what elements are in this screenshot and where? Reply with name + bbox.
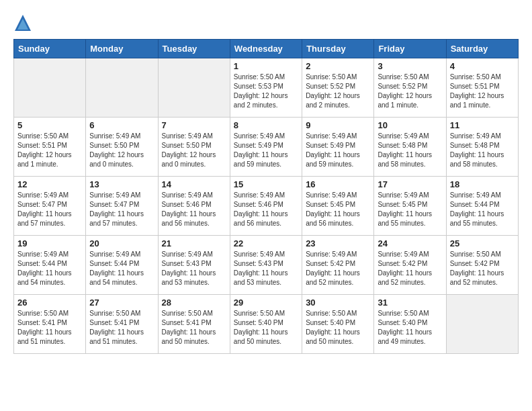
- calendar-cell: 19Sunrise: 5:49 AM Sunset: 5:44 PM Dayli…: [14, 236, 86, 295]
- calendar-cell: 12Sunrise: 5:49 AM Sunset: 5:47 PM Dayli…: [14, 177, 86, 236]
- day-number: 7: [162, 120, 226, 130]
- day-info: Sunrise: 5:50 AM Sunset: 5:42 PM Dayligh…: [450, 250, 515, 287]
- weekday-header-row: SundayMondayTuesdayWednesdayThursdayFrid…: [14, 40, 519, 58]
- day-number: 30: [306, 298, 370, 308]
- calendar-cell: 25Sunrise: 5:50 AM Sunset: 5:42 PM Dayli…: [446, 236, 518, 295]
- calendar-cell: 22Sunrise: 5:49 AM Sunset: 5:43 PM Dayli…: [230, 236, 302, 295]
- day-info: Sunrise: 5:49 AM Sunset: 5:44 PM Dayligh…: [17, 250, 82, 287]
- day-number: 13: [89, 179, 154, 189]
- day-info: Sunrise: 5:50 AM Sunset: 5:40 PM Dayligh…: [378, 309, 442, 347]
- day-number: 4: [450, 61, 515, 71]
- calendar: SundayMondayTuesdayWednesdayThursdayFrid…: [13, 39, 519, 354]
- calendar-cell: [14, 58, 86, 118]
- day-info: Sunrise: 5:49 AM Sunset: 5:43 PM Dayligh…: [162, 250, 226, 287]
- day-info: Sunrise: 5:49 AM Sunset: 5:42 PM Dayligh…: [378, 250, 442, 287]
- calendar-cell: 5Sunrise: 5:50 AM Sunset: 5:51 PM Daylig…: [14, 118, 86, 177]
- day-info: Sunrise: 5:49 AM Sunset: 5:43 PM Dayligh…: [234, 250, 298, 287]
- weekday-header-monday: Monday: [86, 40, 158, 58]
- weekday-header-tuesday: Tuesday: [158, 40, 230, 58]
- calendar-cell: 21Sunrise: 5:49 AM Sunset: 5:43 PM Dayli…: [158, 236, 230, 295]
- calendar-cell: 4Sunrise: 5:50 AM Sunset: 5:51 PM Daylig…: [446, 58, 518, 118]
- day-number: 5: [17, 120, 82, 130]
- day-info: Sunrise: 5:49 AM Sunset: 5:46 PM Dayligh…: [162, 191, 226, 228]
- calendar-cell: 29Sunrise: 5:50 AM Sunset: 5:40 PM Dayli…: [230, 295, 302, 354]
- calendar-cell: 27Sunrise: 5:50 AM Sunset: 5:41 PM Dayli…: [86, 295, 158, 354]
- day-info: Sunrise: 5:50 AM Sunset: 5:53 PM Dayligh…: [234, 73, 298, 110]
- day-info: Sunrise: 5:50 AM Sunset: 5:41 PM Dayligh…: [17, 309, 82, 347]
- day-number: 19: [17, 238, 82, 248]
- day-number: 17: [378, 179, 442, 189]
- logo-icon: [13, 13, 32, 32]
- day-info: Sunrise: 5:49 AM Sunset: 5:44 PM Dayligh…: [450, 191, 515, 228]
- calendar-cell: 18Sunrise: 5:49 AM Sunset: 5:44 PM Dayli…: [446, 177, 518, 236]
- day-number: 20: [89, 238, 154, 248]
- weekday-header-saturday: Saturday: [446, 40, 518, 58]
- calendar-cell: 28Sunrise: 5:50 AM Sunset: 5:41 PM Dayli…: [158, 295, 230, 354]
- week-row-1: 1Sunrise: 5:50 AM Sunset: 5:53 PM Daylig…: [14, 58, 519, 118]
- calendar-cell: 15Sunrise: 5:49 AM Sunset: 5:46 PM Dayli…: [230, 177, 302, 236]
- weekday-header-sunday: Sunday: [14, 40, 86, 58]
- calendar-cell: 13Sunrise: 5:49 AM Sunset: 5:47 PM Dayli…: [86, 177, 158, 236]
- weekday-header-wednesday: Wednesday: [230, 40, 302, 58]
- day-number: 6: [89, 120, 154, 130]
- day-number: 24: [378, 238, 442, 248]
- calendar-cell: 10Sunrise: 5:49 AM Sunset: 5:48 PM Dayli…: [374, 118, 446, 177]
- calendar-cell: [158, 58, 230, 118]
- day-info: Sunrise: 5:50 AM Sunset: 5:52 PM Dayligh…: [378, 73, 442, 110]
- calendar-cell: 16Sunrise: 5:49 AM Sunset: 5:45 PM Dayli…: [302, 177, 374, 236]
- calendar-cell: 1Sunrise: 5:50 AM Sunset: 5:53 PM Daylig…: [230, 58, 302, 118]
- calendar-cell: 31Sunrise: 5:50 AM Sunset: 5:40 PM Dayli…: [374, 295, 446, 354]
- day-info: Sunrise: 5:50 AM Sunset: 5:41 PM Dayligh…: [162, 309, 226, 347]
- day-number: 15: [234, 179, 298, 189]
- calendar-cell: 6Sunrise: 5:49 AM Sunset: 5:50 PM Daylig…: [86, 118, 158, 177]
- day-number: 31: [378, 298, 442, 308]
- day-info: Sunrise: 5:50 AM Sunset: 5:40 PM Dayligh…: [234, 309, 298, 347]
- day-info: Sunrise: 5:50 AM Sunset: 5:41 PM Dayligh…: [89, 309, 154, 347]
- day-info: Sunrise: 5:49 AM Sunset: 5:49 PM Dayligh…: [234, 132, 298, 169]
- day-info: Sunrise: 5:50 AM Sunset: 5:52 PM Dayligh…: [306, 73, 370, 110]
- day-number: 25: [450, 238, 515, 248]
- calendar-cell: [86, 58, 158, 118]
- day-number: 22: [234, 238, 298, 248]
- day-number: 26: [17, 298, 82, 308]
- day-info: Sunrise: 5:49 AM Sunset: 5:46 PM Dayligh…: [234, 191, 298, 228]
- day-number: 27: [89, 298, 154, 308]
- week-row-4: 19Sunrise: 5:49 AM Sunset: 5:44 PM Dayli…: [14, 236, 519, 295]
- day-number: 28: [162, 298, 226, 308]
- day-info: Sunrise: 5:49 AM Sunset: 5:47 PM Dayligh…: [17, 191, 82, 228]
- day-info: Sunrise: 5:50 AM Sunset: 5:40 PM Dayligh…: [306, 309, 370, 347]
- day-number: 18: [450, 179, 515, 189]
- day-info: Sunrise: 5:49 AM Sunset: 5:44 PM Dayligh…: [89, 250, 154, 287]
- day-info: Sunrise: 5:49 AM Sunset: 5:50 PM Dayligh…: [89, 132, 154, 169]
- weekday-header-thursday: Thursday: [302, 40, 374, 58]
- calendar-cell: 20Sunrise: 5:49 AM Sunset: 5:44 PM Dayli…: [86, 236, 158, 295]
- weekday-header-friday: Friday: [374, 40, 446, 58]
- day-info: Sunrise: 5:49 AM Sunset: 5:45 PM Dayligh…: [378, 191, 442, 228]
- calendar-cell: 2Sunrise: 5:50 AM Sunset: 5:52 PM Daylig…: [302, 58, 374, 118]
- calendar-cell: 24Sunrise: 5:49 AM Sunset: 5:42 PM Dayli…: [374, 236, 446, 295]
- calendar-cell: 17Sunrise: 5:49 AM Sunset: 5:45 PM Dayli…: [374, 177, 446, 236]
- week-row-2: 5Sunrise: 5:50 AM Sunset: 5:51 PM Daylig…: [14, 118, 519, 177]
- week-row-3: 12Sunrise: 5:49 AM Sunset: 5:47 PM Dayli…: [14, 177, 519, 236]
- calendar-cell: 9Sunrise: 5:49 AM Sunset: 5:49 PM Daylig…: [302, 118, 374, 177]
- day-number: 12: [17, 179, 82, 189]
- day-number: 2: [306, 61, 370, 71]
- day-number: 11: [450, 120, 515, 130]
- calendar-cell: 3Sunrise: 5:50 AM Sunset: 5:52 PM Daylig…: [374, 58, 446, 118]
- day-number: 29: [234, 298, 298, 308]
- day-info: Sunrise: 5:49 AM Sunset: 5:42 PM Dayligh…: [306, 250, 370, 287]
- day-number: 10: [378, 120, 442, 130]
- day-info: Sunrise: 5:49 AM Sunset: 5:48 PM Dayligh…: [450, 132, 515, 169]
- calendar-cell: [446, 295, 518, 354]
- day-info: Sunrise: 5:49 AM Sunset: 5:49 PM Dayligh…: [306, 132, 370, 169]
- calendar-cell: 26Sunrise: 5:50 AM Sunset: 5:41 PM Dayli…: [14, 295, 86, 354]
- calendar-cell: 7Sunrise: 5:49 AM Sunset: 5:50 PM Daylig…: [158, 118, 230, 177]
- day-number: 3: [378, 61, 442, 71]
- header: [13, 13, 519, 32]
- day-info: Sunrise: 5:50 AM Sunset: 5:51 PM Dayligh…: [17, 132, 82, 169]
- day-number: 8: [234, 120, 298, 130]
- calendar-cell: 11Sunrise: 5:49 AM Sunset: 5:48 PM Dayli…: [446, 118, 518, 177]
- day-info: Sunrise: 5:49 AM Sunset: 5:50 PM Dayligh…: [162, 132, 226, 169]
- calendar-cell: 23Sunrise: 5:49 AM Sunset: 5:42 PM Dayli…: [302, 236, 374, 295]
- day-number: 23: [306, 238, 370, 248]
